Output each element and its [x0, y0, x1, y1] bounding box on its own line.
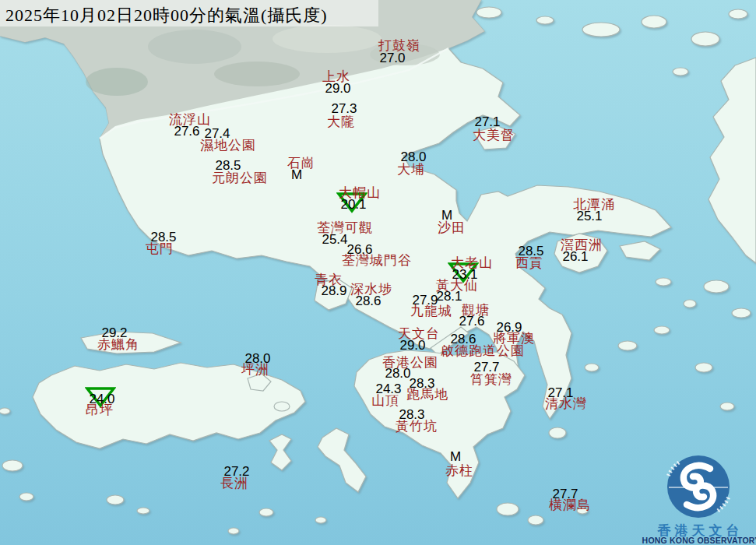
station-temperature: 26.6: [346, 242, 372, 258]
station-temperature: 28.5: [518, 244, 543, 259]
station-temperature: 29.0: [399, 338, 425, 353]
station-temperature: 27.7: [473, 360, 499, 375]
station-temperature: 27.7: [552, 487, 578, 502]
station-temperature: M: [291, 167, 302, 183]
hko-logo-english-name: HONG KONG OBSERVATORY: [642, 536, 756, 545]
station-temperature: 27.4: [204, 126, 230, 142]
station-temperature: 25.1: [576, 209, 602, 224]
hko-logo: 香港天文台 HONG KONG OBSERVATORY: [645, 450, 756, 545]
station-temperature: 28.5: [150, 230, 176, 245]
hko-logo-icon: [645, 450, 756, 520]
station-temperature: 28.0: [244, 351, 270, 367]
station-temperature: 20.1: [340, 197, 366, 213]
station-temperature: 28.6: [450, 332, 476, 347]
station-temperature: 27.1: [474, 114, 500, 130]
station-temperature: 27.3: [331, 101, 357, 117]
station-temperature: M: [450, 449, 461, 465]
station-temperature: 29.2: [101, 325, 127, 341]
station-temperature: 27.0: [379, 51, 405, 66]
stations-layer: 打鼓嶺27.0上水29.0大隴27.3流浮山27.6濕地公園27.4大美督27.…: [0, 0, 756, 545]
station-temperature: 28.6: [355, 294, 381, 309]
station-temperature: 26.1: [562, 249, 588, 265]
station-temperature: 25.4: [322, 232, 347, 248]
station-temperature: 24.3: [375, 382, 401, 397]
station-temperature: 27.1: [547, 385, 573, 401]
station-temperature: 27.9: [412, 293, 438, 308]
station-temperature: 28.1: [436, 289, 462, 304]
station-temperature: 28.3: [399, 407, 424, 423]
temperature-map-screen: 2025年10月02日20時00分的氣溫(攝氏度) 打鼓嶺27.0上水29.0大…: [0, 0, 756, 545]
station-temperature: 23.1: [452, 267, 477, 283]
station-temperature: M: [441, 208, 452, 223]
station-temperature: 27.2: [223, 464, 249, 480]
station-temperature: 24.0: [89, 392, 114, 407]
station-temperature: 28.9: [321, 283, 346, 299]
station-temperature: 28.0: [385, 366, 410, 382]
station-temperature: 27.6: [174, 124, 199, 139]
station-temperature: 28.3: [409, 376, 434, 392]
station-temperature: 28.5: [215, 158, 241, 174]
station-temperature: 27.6: [459, 314, 484, 329]
station-temperature: 28.0: [400, 149, 426, 165]
station-temperature: 26.9: [496, 320, 522, 336]
station-temperature: 29.0: [325, 81, 350, 97]
